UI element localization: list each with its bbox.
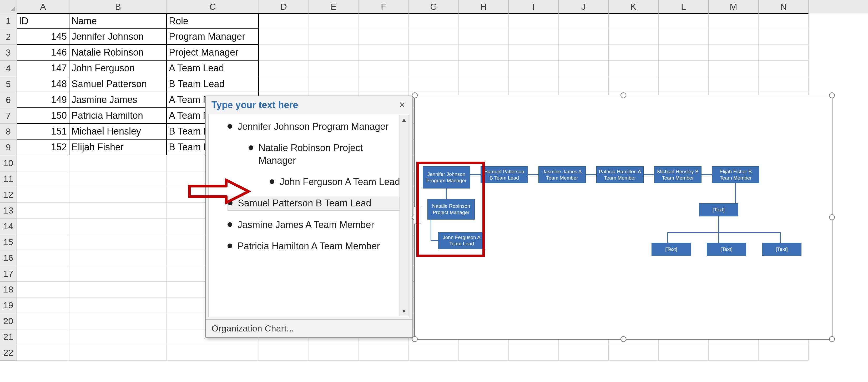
- cell[interactable]: 150: [17, 108, 69, 124]
- cell[interactable]: [259, 29, 309, 45]
- row-header-22[interactable]: 22: [0, 345, 17, 361]
- cell[interactable]: ID: [17, 13, 69, 29]
- cell[interactable]: [69, 203, 167, 218]
- row-header-15[interactable]: 15: [0, 234, 17, 250]
- cell[interactable]: Samuel Patterson: [69, 76, 167, 92]
- cell[interactable]: A Team Lead: [167, 61, 259, 76]
- col-header-B[interactable]: B: [69, 0, 167, 13]
- scroll-up-icon[interactable]: ▲: [401, 116, 407, 123]
- cell[interactable]: [459, 13, 509, 29]
- cell[interactable]: [69, 171, 167, 187]
- cell[interactable]: [69, 282, 167, 297]
- cell[interactable]: [17, 297, 69, 313]
- cell[interactable]: [659, 13, 709, 29]
- cell[interactable]: [409, 13, 459, 29]
- cell[interactable]: [359, 76, 409, 92]
- cell[interactable]: [559, 45, 609, 61]
- cell[interactable]: [609, 76, 659, 92]
- cell[interactable]: Program Manager: [167, 29, 259, 45]
- cell[interactable]: [758, 76, 809, 92]
- org-node-placeholder[interactable]: [Text]: [652, 243, 691, 256]
- row-header-14[interactable]: 14: [0, 218, 17, 234]
- cell[interactable]: [559, 345, 609, 361]
- cell[interactable]: Name: [69, 13, 167, 29]
- selection-handle[interactable]: [620, 336, 626, 342]
- cell[interactable]: [509, 13, 559, 29]
- cell[interactable]: [309, 76, 359, 92]
- cell[interactable]: [259, 45, 309, 61]
- cell[interactable]: Jasmine James: [69, 92, 167, 108]
- cell[interactable]: [17, 266, 69, 282]
- cell[interactable]: [559, 13, 609, 29]
- cell[interactable]: [758, 13, 809, 29]
- cell[interactable]: [17, 345, 69, 361]
- cell[interactable]: [69, 313, 167, 329]
- row-header-16[interactable]: 16: [0, 250, 17, 266]
- cell[interactable]: [309, 61, 359, 76]
- text-pane-body[interactable]: Jennifer Johnson Program ManagerNatalie …: [208, 114, 410, 317]
- text-pane-item[interactable]: Jennifer Johnson Program Manager: [227, 120, 404, 134]
- cell[interactable]: [409, 345, 459, 361]
- org-node[interactable]: John Ferguson A Team Lead: [438, 232, 485, 249]
- cell[interactable]: [459, 61, 509, 76]
- cell[interactable]: [509, 76, 559, 92]
- cell[interactable]: [758, 29, 809, 45]
- cell[interactable]: [409, 76, 459, 92]
- cell[interactable]: 151: [17, 124, 69, 140]
- org-node[interactable]: Samuel Patterson B Team Lead: [480, 166, 528, 183]
- cell[interactable]: [609, 45, 659, 61]
- cell[interactable]: [69, 218, 167, 234]
- cell[interactable]: [459, 76, 509, 92]
- cell[interactable]: [509, 61, 559, 76]
- text-pane-item[interactable]: Patricia Hamilton A Team Member: [227, 239, 404, 253]
- cell[interactable]: [69, 250, 167, 266]
- org-node[interactable]: Elijah Fisher B Team Member: [712, 166, 760, 183]
- cell[interactable]: [559, 76, 609, 92]
- cell[interactable]: [69, 329, 167, 345]
- cell[interactable]: [758, 61, 809, 76]
- cell[interactable]: [509, 45, 559, 61]
- row-header-12[interactable]: 12: [0, 187, 17, 203]
- row-header-13[interactable]: 13: [0, 203, 17, 218]
- cell[interactable]: [17, 282, 69, 297]
- col-header-M[interactable]: M: [709, 0, 758, 13]
- text-pane-toggle[interactable]: ›: [414, 207, 422, 224]
- col-header-C[interactable]: C: [167, 0, 259, 13]
- cell[interactable]: [17, 218, 69, 234]
- row-header-1[interactable]: 1: [0, 13, 17, 29]
- col-header-H[interactable]: H: [459, 0, 509, 13]
- cell[interactable]: [359, 29, 409, 45]
- cell[interactable]: [259, 13, 309, 29]
- org-node[interactable]: Michael Hensley B Team Member: [654, 166, 702, 183]
- cell[interactable]: [709, 76, 758, 92]
- row-header-21[interactable]: 21: [0, 329, 17, 345]
- cell[interactable]: 152: [17, 140, 69, 155]
- cell[interactable]: [609, 29, 659, 45]
- cell[interactable]: [69, 187, 167, 203]
- cell[interactable]: [659, 61, 709, 76]
- org-node[interactable]: Jennifer Johnson Program Manager: [423, 166, 470, 188]
- col-header-N[interactable]: N: [758, 0, 809, 13]
- col-header-D[interactable]: D: [259, 0, 309, 13]
- cell[interactable]: [17, 203, 69, 218]
- scroll-down-icon[interactable]: ▼: [401, 308, 407, 315]
- row-header-18[interactable]: 18: [0, 282, 17, 297]
- cell[interactable]: [359, 345, 409, 361]
- cell[interactable]: [309, 45, 359, 61]
- row-header-17[interactable]: 17: [0, 266, 17, 282]
- cell[interactable]: [309, 345, 359, 361]
- col-header-G[interactable]: G: [409, 0, 459, 13]
- cell[interactable]: 148: [17, 76, 69, 92]
- org-node-placeholder[interactable]: [Text]: [699, 203, 738, 216]
- selection-handle[interactable]: [829, 92, 835, 98]
- select-all-corner[interactable]: [0, 0, 17, 13]
- cell[interactable]: 149: [17, 92, 69, 108]
- cell[interactable]: [709, 61, 758, 76]
- row-header-2[interactable]: 2: [0, 29, 17, 45]
- cell[interactable]: Elijah Fisher: [69, 140, 167, 155]
- cell[interactable]: [17, 155, 69, 171]
- cell[interactable]: John Ferguson: [69, 61, 167, 76]
- cell[interactable]: [409, 61, 459, 76]
- selection-handle[interactable]: [412, 92, 418, 98]
- org-node-placeholder[interactable]: [Text]: [762, 243, 802, 256]
